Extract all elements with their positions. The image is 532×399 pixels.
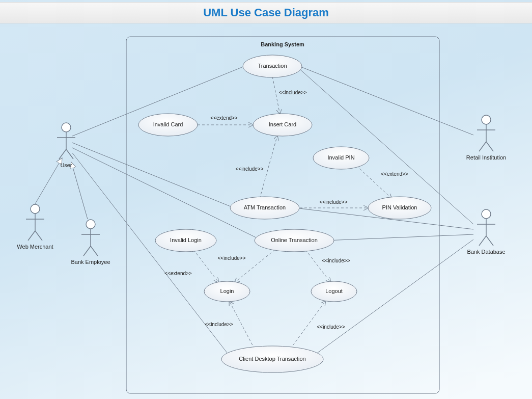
actor-bank-employee: Bank Employee — [71, 220, 110, 265]
svg-line-15 — [66, 149, 73, 159]
svg-line-34 — [479, 236, 486, 246]
label-extend-2: <<extend>> — [381, 171, 408, 177]
actor-retail-institution-label: Retail Institution — [466, 154, 506, 161]
usecase-client-desktop-transaction: Client Desktop Transaction — [221, 346, 323, 373]
svg-line-25 — [91, 246, 98, 256]
usecase-insert-card-label: Insert Card — [269, 121, 296, 127]
actor-bank-database: Bank Database — [467, 209, 505, 255]
usecase-insert-card: Insert Card — [253, 114, 312, 136]
label-include-7: <<include>> — [317, 324, 345, 330]
svg-line-35 — [486, 236, 493, 246]
label-include-5: <<include>> — [322, 258, 350, 263]
actor-web-merchant: Web Merchant — [17, 204, 53, 250]
gen-bankemployee-user — [71, 162, 88, 219]
dep-online-logout — [305, 250, 331, 283]
usecase-online-transaction: Online Transaction — [255, 229, 334, 252]
usecase-atm-transaction: ATM Transaction — [230, 197, 299, 219]
dep-invalidpin-pin — [356, 166, 392, 199]
dep-invalidlogin-login — [193, 250, 219, 283]
svg-line-20 — [35, 231, 42, 241]
svg-point-31 — [482, 209, 491, 219]
usecase-invalid-pin-label: Invalid PIN — [327, 154, 354, 161]
label-extend-1: <<extend>> — [210, 115, 238, 121]
label-extend-3: <<extend>> — [164, 271, 192, 276]
usecase-transaction-label: Transaction — [258, 63, 287, 69]
svg-point-26 — [482, 115, 491, 124]
actor-bank-employee-label: Bank Employee — [71, 259, 110, 265]
actor-retail-institution: Retail Institution — [466, 115, 506, 161]
usecase-logout: Logout — [311, 281, 357, 302]
actor-bank-database-label: Bank Database — [467, 249, 505, 255]
usecase-invalid-card-label: Invalid Card — [153, 121, 183, 127]
usecase-transaction: Transaction — [243, 55, 302, 77]
usecase-login-label: Login — [220, 288, 234, 294]
svg-point-21 — [86, 220, 95, 229]
assoc-user-atm — [72, 143, 234, 208]
usecase-invalid-card: Invalid Card — [138, 114, 198, 136]
svg-line-29 — [479, 142, 486, 151]
usecase-invalid-login-label: Invalid Login — [170, 237, 202, 243]
svg-line-14 — [59, 149, 66, 159]
dep-transaction-insertcard — [272, 76, 280, 115]
actor-web-merchant-label: Web Merchant — [17, 244, 53, 250]
svg-line-30 — [486, 142, 493, 151]
usecase-login: Login — [204, 281, 250, 302]
assoc-user-online — [72, 148, 262, 241]
usecase-online-transaction-label: Online Transaction — [271, 237, 318, 243]
label-include-1: <<include>> — [278, 90, 306, 95]
system-name: Banking System — [261, 41, 304, 47]
svg-point-11 — [62, 123, 71, 132]
usecase-atm-transaction-label: ATM Transaction — [244, 204, 286, 210]
svg-line-19 — [28, 231, 35, 241]
assoc-db-online — [326, 234, 473, 241]
usecase-pin-validation: PIN Validation — [368, 197, 431, 219]
dep-online-login — [234, 250, 275, 283]
usecase-client-desktop-label: Client Desktop Transaction — [239, 356, 305, 362]
usecase-pin-validation-label: PIN Validation — [382, 204, 417, 210]
label-include-4: <<include>> — [217, 255, 245, 261]
svg-line-24 — [83, 246, 91, 256]
diagram-canvas: Banking System <<include>> <<extend>> <<… — [0, 0, 532, 399]
assoc-retail-transaction — [299, 66, 473, 135]
label-include-3: <<include>> — [319, 199, 347, 205]
actor-user: User — [57, 123, 75, 168]
label-include-6: <<include>> — [205, 322, 233, 327]
label-include-2: <<include>> — [235, 166, 263, 172]
svg-point-16 — [31, 204, 40, 214]
actor-user-label: User — [60, 162, 72, 168]
gen-webmerchant-user — [35, 158, 62, 204]
usecase-logout-label: Logout — [325, 288, 343, 294]
usecase-invalid-login: Invalid Login — [155, 229, 216, 252]
usecase-invalid-pin: Invalid PIN — [313, 147, 369, 169]
